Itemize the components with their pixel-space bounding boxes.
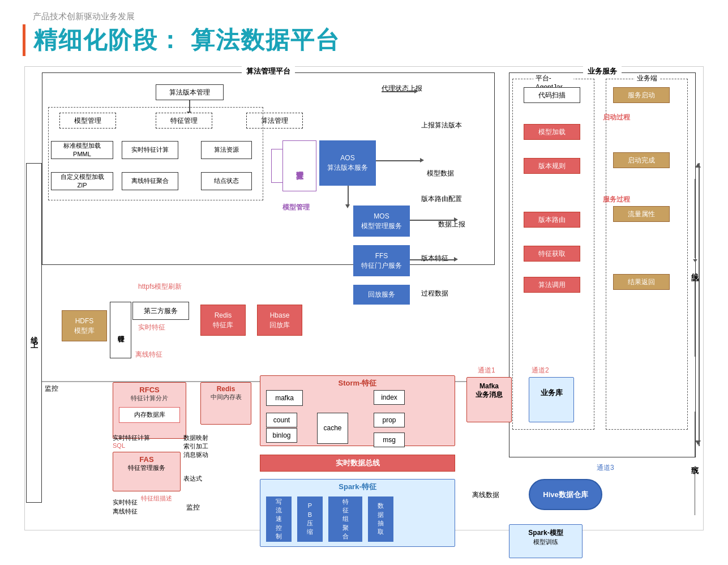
biz-db-region: 业务库 <box>529 377 574 422</box>
pb-compress-box: PB压缩 <box>297 496 323 542</box>
third-party-box: 第三方服务 <box>132 302 189 320</box>
spark-model-region: Spark-模型 模型训练 <box>509 524 583 558</box>
hive-warehouse-box: Hive数据仓库 <box>529 479 602 510</box>
realtime-data-bus-label: 实时数据总线 <box>336 458 380 468</box>
monitor-bottom-label: 监控 <box>186 503 200 512</box>
arrow-down-line <box>695 277 696 357</box>
model-load-right-box: 模型加载 <box>524 124 580 140</box>
offline-data-label: 离线数据 <box>472 490 499 500</box>
prop-box: prop <box>374 413 405 427</box>
version-route-box: 版本路由 <box>524 212 580 228</box>
feature-obtain-box: 特征获取 <box>524 246 580 262</box>
startup-process-label: 启动过程 <box>603 113 630 122</box>
report-algo-version-label: 上报算法版本 <box>421 121 462 130</box>
algo-platform-title: 算法管理平台 <box>242 66 295 76</box>
spark-feature-region: Spark-特征 写流速控制 PB压缩 特征组聚合 数据抽取 <box>260 479 455 547</box>
arrow-dn-line2 <box>695 412 696 457</box>
biz-end-region: 业务端 <box>606 79 688 430</box>
hbase-playback-box: Hbase回放库 <box>257 305 302 336</box>
model-data-label: 模型数据 <box>427 169 454 178</box>
service-start-box: 服务启动 <box>613 87 670 103</box>
spark-model-title: Spark-模型 <box>509 525 582 538</box>
biz-end-label: 业务端 <box>635 74 660 83</box>
line-down-region: 线下 <box>688 389 702 537</box>
redis-mid-region: Redis 中间内存表 <box>200 382 251 425</box>
arrow-proxy-status <box>382 91 416 92</box>
header-subtitle: 产品技术创新驱动业务发展 <box>33 11 705 22</box>
offline-feature-bottom-label: 离线特征 <box>113 507 138 516</box>
data-report-label: 数据上报 <box>438 220 465 229</box>
line-up-region: 线上 <box>688 163 702 373</box>
aos-box: AOS算法版本服务 <box>319 140 376 186</box>
index-box: index <box>374 390 405 405</box>
playback-service-box: 回放服务 <box>353 285 410 305</box>
cache-box: cache <box>317 413 348 444</box>
algo-mgmt-outer-label: 算法管理 <box>282 140 316 191</box>
redis-feature-box: Redis特征库 <box>200 305 246 336</box>
rfcs-region: RFCS 特征计算分片 内存数据库 <box>113 382 186 439</box>
version-rule-box: 版本规则 <box>524 158 580 174</box>
arrow-ffs-right <box>410 259 455 260</box>
feature-group-merge-box: 特征组聚合 <box>328 496 362 542</box>
realtime-feature-red-label: 实时特征 <box>138 323 165 332</box>
feature-model-monitor-label: 线 上 <box>29 330 39 336</box>
expression-label: 表达式 <box>183 474 202 483</box>
mos-box: MOS模型管理服务 <box>353 206 410 237</box>
right-side-arrow-bottom <box>695 440 701 445</box>
data-extract-box: 数据抽取 <box>368 496 393 542</box>
httpfs-label: httpfs模型刷新 <box>138 282 182 292</box>
algo-version-mgmt-box: 算法版本管理 <box>156 84 224 100</box>
biz-db-title: 业务库 <box>529 378 573 398</box>
right-side-arrow-top <box>695 163 701 168</box>
feature-mgmt-vertical: 特征管理 <box>110 302 131 358</box>
fas-subtitle: 特征管理服务 <box>113 464 180 472</box>
arrow-dn-line3 <box>695 470 696 515</box>
msg-box: msg <box>374 433 405 447</box>
feature-group-desc-label: 特征组描述 <box>141 494 172 503</box>
arrow-down-head <box>693 273 697 276</box>
write-flow-box: 写流速控制 <box>266 496 292 542</box>
algo-invoke-box: 算法调用 <box>524 277 580 293</box>
arrow-up-head <box>693 259 697 262</box>
result-return-box: 结果返回 <box>613 274 670 290</box>
count-box: count <box>266 413 297 427</box>
three-mgmt-region <box>48 107 263 200</box>
channel2-label: 通道2 <box>532 366 549 375</box>
hive-warehouse-label: Hive数据仓库 <box>543 490 588 500</box>
service-process-label: 服务过程 <box>603 195 630 204</box>
version-route-config-label: 版本路由配置 <box>421 194 462 204</box>
page: 产品技术创新驱动业务发展 精细化阶段： 算法数据平台 线 上 算法管理平台 算法… <box>0 0 728 565</box>
ffs-box: FFS特征门户服务 <box>353 245 410 276</box>
mafka-biz-title: Mafka业务消息 <box>467 378 511 400</box>
spark-feature-title: Spark-特征 <box>260 480 455 492</box>
channel3-label: 通道3 <box>597 463 614 473</box>
realtime-feature-bottom-label: 实时特征 <box>113 498 138 507</box>
mafka-biz-region: Mafka业务消息 <box>466 377 512 422</box>
traffic-property-box: 流量属性 <box>613 206 670 222</box>
offline-feature-label: 离线特征 <box>135 350 162 359</box>
memory-db-box: 内存数据库 <box>119 407 180 423</box>
arrow-dn-head2 <box>693 466 697 469</box>
version-feature-label: 版本特征 <box>421 254 448 263</box>
realtime-data-bus-box: 实时数据总线 <box>260 455 455 472</box>
fas-title: FAS <box>113 452 180 464</box>
header-border: 精细化阶段： 算法数据平台 <box>23 24 705 56</box>
fas-region: FAS 特征管理服务 <box>113 452 181 491</box>
code-scan-box: 代码扫描 <box>524 87 580 103</box>
arrow-mos-right <box>410 220 455 221</box>
data-mapping-label: 数据映射索引加工消息驱动 <box>183 434 208 459</box>
storm-feature-title: Storm-特征 <box>260 376 455 388</box>
arrow-aos-right <box>376 160 421 161</box>
header-title: 精细化阶段： 算法数据平台 <box>33 24 705 56</box>
redis-mid-title: Redis <box>201 383 251 393</box>
storm-feature-region: Storm-特征 mafka count binlog cache index … <box>260 375 455 446</box>
spark-model-subtitle: 模型训练 <box>509 538 582 546</box>
feature-model-monitor-region: 线 上 <box>26 163 42 503</box>
startup-complete-box: 启动完成 <box>613 152 670 168</box>
rfcs-subtitle: 特征计算分片 <box>113 394 186 403</box>
main-diagram: 线 上 算法管理平台 算法版本管理 模型管理 特征管理 算法管理 标准模型加载P… <box>24 66 704 530</box>
channel1-label: 通道1 <box>478 366 495 375</box>
mafka-box: mafka <box>266 390 303 406</box>
arrow-up-line <box>695 179 696 258</box>
binlog-box: binlog <box>266 428 297 443</box>
